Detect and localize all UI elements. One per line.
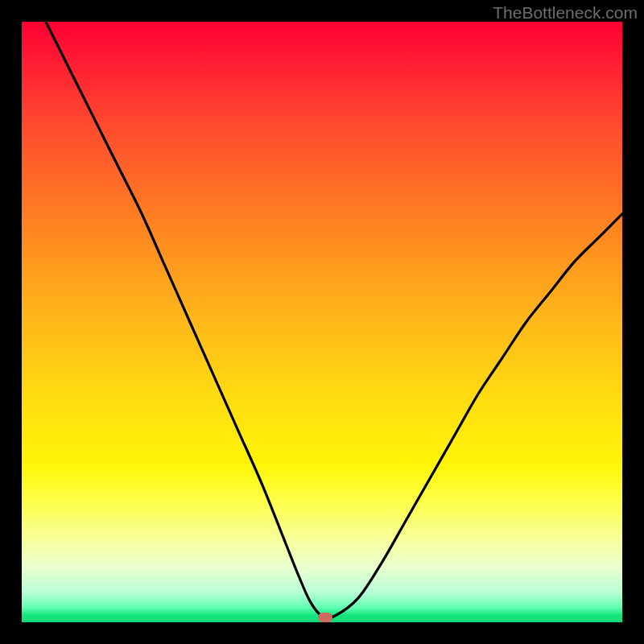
- bottleneck-curve: [22, 22, 622, 622]
- chart-frame: TheBottleneck.com: [0, 0, 644, 644]
- optimal-point-marker: [318, 613, 332, 622]
- plot-area: [22, 22, 622, 622]
- watermark-text: TheBottleneck.com: [493, 3, 638, 23]
